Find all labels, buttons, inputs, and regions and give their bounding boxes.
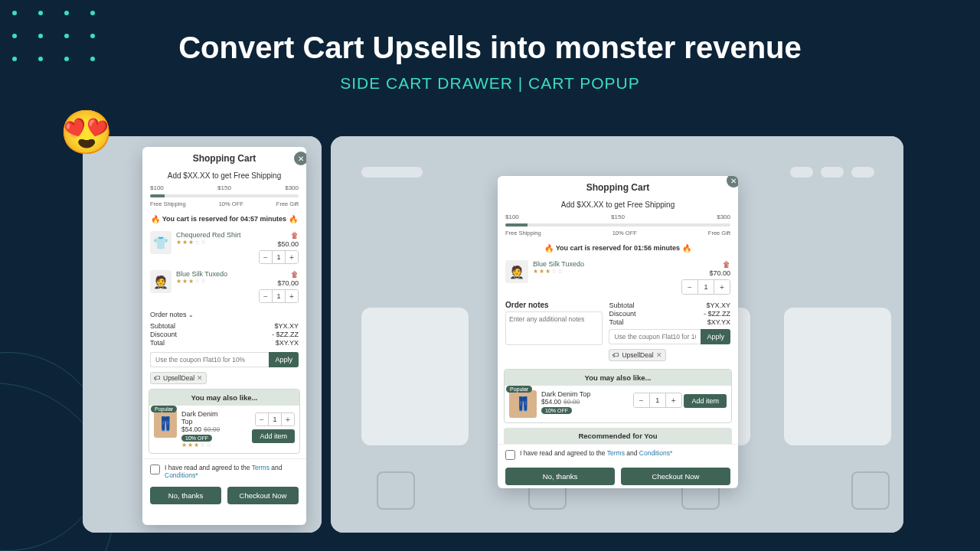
product-thumbnail: 👕 [150,231,172,254]
qty-value: 1 [649,393,666,407]
qty-decrement[interactable]: − [260,251,272,263]
add-item-button[interactable]: Add item [684,394,727,408]
qty-increment[interactable]: + [286,251,298,263]
chevron-down-icon: ⌄ [188,311,194,318]
apply-coupon-button[interactable]: Apply [701,329,730,344]
page-headline: Convert Cart Upsells into monster revenu… [0,31,980,65]
qty-decrement[interactable]: − [634,393,649,407]
product-name: Blue Silk Tuxedo [176,270,257,278]
upsell-price: $54.0060.00 [541,398,629,406]
decorative-dots [2,2,106,70]
shipping-tiers: $100$150$300 [498,214,738,220]
discount-badge: 10% OFF [541,407,572,414]
shopping-cart-popup: ✕ Shopping Cart Add $XX.XX to get Free S… [498,176,738,488]
product-thumbnail: 🤵 [150,270,172,293]
remove-deal-icon[interactable]: ✕ [197,374,203,382]
cart-title: Shopping Cart [142,147,306,170]
qty-value: 1 [268,413,282,425]
apparel-shorts-icon [377,471,415,510]
qty-decrement[interactable]: − [682,280,697,294]
terms-link[interactable]: Terms [607,449,625,457]
terms-row: I have read and agreed to the Terms and … [142,458,306,484]
popular-badge: Popular [151,406,177,412]
fire-icon: 🔥 [682,244,691,253]
star-rating: ★★★☆☆ [181,442,220,448]
close-cart-button[interactable]: ✕ [727,176,738,187]
upsell-thumbnail: 👖Popular [154,410,177,438]
free-shipping-message: Add $XX.XX to get Free Shipping [142,170,306,184]
coupon-row: Apply [150,352,299,367]
page-subhead: SIDE CART DRAWER | CART POPUP [0,74,980,93]
remove-item-button[interactable]: 🗑 [681,260,730,269]
terms-text: I have read and agreed to the Terms and … [165,464,299,479]
coupon-input[interactable] [150,352,269,367]
close-cart-button[interactable]: ✕ [294,152,306,165]
progress-bar [150,194,299,197]
remove-item-button[interactable]: 🗑 [257,270,299,279]
recommended-heading: Recommended for You [504,428,732,444]
skeleton-card [784,308,891,445]
qty-stepper[interactable]: − 1 + [259,250,299,264]
order-notes-toggle[interactable]: Order notes⌄ [142,306,306,320]
upsell-panel: You may also like... 👖Popular Dark Denim… [149,389,300,454]
no-thanks-button[interactable]: No, thanks [505,468,615,485]
coupon-input[interactable] [609,329,701,344]
cart-item: 🤵 Blue Silk Tuxedo ★★★☆☆ 🗑 $70.00 − 1 + [142,267,306,306]
qty-decrement[interactable]: − [260,290,272,302]
remove-deal-icon[interactable]: ✕ [656,351,662,359]
upsell-price: $54.0060.00 [181,425,220,433]
qty-increment[interactable]: + [714,280,730,294]
conditions-link[interactable]: Conditions* [639,449,672,457]
fire-icon: 🔥 [151,215,160,223]
terms-row: I have read and agreed to the Terms and … [498,444,738,465]
cart-actions: No, thanks Checkout Now [498,465,738,488]
apparel-bag-icon [851,471,890,510]
deal-chip[interactable]: 🏷 UpsellDeal ✕ [609,349,665,361]
free-shipping-message: Add $XX.XX to get Free Shipping [498,199,738,214]
terms-link[interactable]: Terms [252,464,270,471]
cart-item: 👕 Chequered Red Shirt ★★★☆☆ 🗑 $50.00 − 1… [142,228,306,267]
progress-bar [505,223,730,227]
upsell-name: Dark Denim Top [181,410,220,425]
checkout-button[interactable]: Checkout Now [227,487,299,504]
terms-checkbox[interactable] [505,450,515,460]
upsell-heading: You may also like... [149,390,299,406]
item-price: $70.00 [257,279,299,287]
skeleton-bar [361,167,423,178]
cart-actions: No, thanks Checkout Now [142,484,306,510]
upsell-heading: You may also like... [505,370,731,386]
qty-stepper[interactable]: − 1 + [681,279,730,295]
fire-icon: 🔥 [544,244,554,253]
item-price: $50.00 [257,240,299,248]
qty-decrement[interactable]: − [256,413,268,425]
qty-increment[interactable]: + [286,290,298,302]
order-notes-label: Order notes [505,301,603,311]
add-item-button[interactable]: Add item [252,429,295,443]
apply-coupon-button[interactable]: Apply [269,352,299,367]
heart-eyes-emoji-icon: 😍 [60,107,113,158]
checkout-button[interactable]: Checkout Now [621,468,730,485]
qty-stepper[interactable]: − 1 + [255,412,295,426]
conditions-link[interactable]: Conditions* [165,471,198,479]
shipping-tier-labels: Free Shipping10% OFFFree Gift [498,228,738,240]
qty-increment[interactable]: + [282,413,294,425]
fire-icon: 🔥 [289,215,298,223]
skeleton-bar [790,167,813,178]
cart-popup-preview: ✕ Shopping Cart Add $XX.XX to get Free S… [331,136,903,533]
qty-value: 1 [272,251,286,263]
skeleton-bar [821,167,844,178]
terms-checkbox[interactable] [150,465,160,474]
shipping-tiers: $100$150$300 [142,184,306,191]
no-thanks-button[interactable]: No, thanks [150,487,221,504]
qty-increment[interactable]: + [666,393,681,407]
order-notes-textarea[interactable] [505,311,603,345]
qty-value: 1 [697,280,714,294]
qty-stepper[interactable]: − 1 + [633,393,682,408]
shopping-cart-drawer: ✕ Shopping Cart Add $XX.XX to get Free S… [142,147,306,525]
remove-item-button[interactable]: 🗑 [257,231,299,240]
star-rating: ★★★☆☆ [176,278,257,285]
deal-chip[interactable]: 🏷 UpsellDeal ✕ [150,372,207,384]
product-thumbnail: 🤵 [505,260,528,283]
discount-badge: 10% OFF [181,435,212,442]
qty-stepper[interactable]: − 1 + [259,289,299,303]
